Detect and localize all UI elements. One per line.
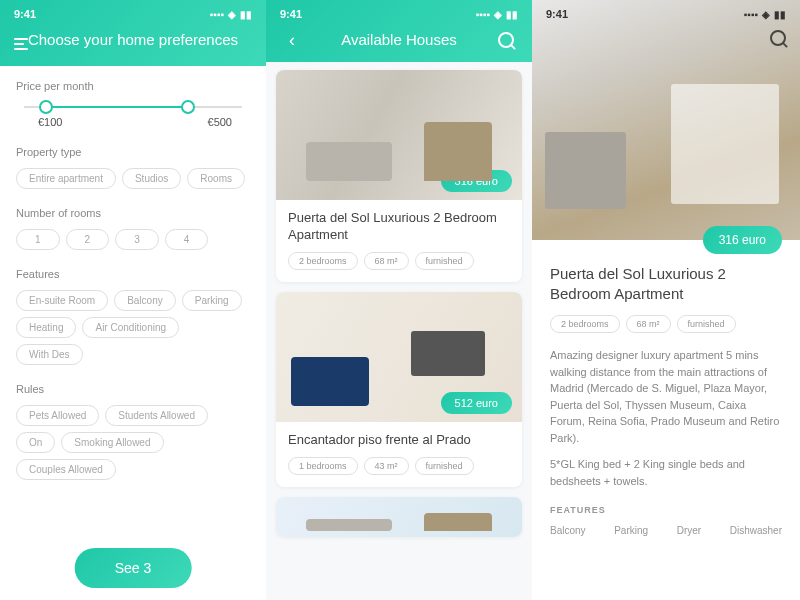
signal-icon: ▪▪▪▪ [210,9,224,20]
status-time: 9:41 [280,8,302,20]
search-icon[interactable] [770,30,786,46]
tag-area: 68 m² [364,252,409,270]
chip-ensuite[interactable]: En-suite Room [16,290,108,311]
tag-furnished: furnished [415,457,474,475]
status-time: 9:41 [14,8,36,20]
chip-smoking[interactable]: Smoking Allowed [61,432,163,453]
chip-pets[interactable]: Pets Allowed [16,405,99,426]
chip-rooms-2[interactable]: 2 [66,229,110,250]
page-title: Choose your home preferences [16,30,250,50]
tag-area: 68 m² [626,315,671,333]
listing-card[interactable]: 316 euro Puerta del Sol Luxurious 2 Bedr… [276,70,522,282]
description-2: 5*GL King bed + 2 King single beds and b… [550,456,782,489]
listings: 316 euro Puerta del Sol Luxurious 2 Bedr… [266,62,532,600]
tag-bedrooms: 2 bedrooms [288,252,358,270]
listing-image [276,497,522,537]
chip-couples[interactable]: Couples Allowed [16,459,116,480]
chip-rooms-3[interactable]: 3 [115,229,159,250]
battery-icon: ▮▮ [240,9,252,20]
ptype-label: Property type [16,146,250,158]
status-bar: 9:41 ▪▪▪▪ ◈ ▮▮ [532,4,800,24]
listing-image: 512 euro [276,292,522,422]
status-bar: 9:41 ▪▪▪▪ ◈ ▮▮ [266,4,532,24]
chip-parking[interactable]: Parking [182,290,242,311]
screen-detail: 9:41 ▪▪▪▪ ◈ ▮▮ 316 euro Puerta del Sol L… [532,0,800,600]
feature-dryer: Dryer [677,525,701,536]
detail-content: Puerta del Sol Luxurious 2 Bedroom Apart… [532,240,800,548]
screen-preferences: 9:41 ▪▪▪▪ ◈ ▮▮ Choose your home preferen… [0,0,266,600]
price-max: €500 [208,116,232,128]
rules-label: Rules [16,383,250,395]
listing-title: Puerta del Sol Luxurious 2 Bedroom Apart… [550,264,782,303]
rooms-label: Number of rooms [16,207,250,219]
filters-content: Price per month €100 €500 Property type … [0,66,266,512]
chip-balcony[interactable]: Balcony [114,290,176,311]
price-min: €100 [38,116,62,128]
signal-icon: ▪▪▪▪ [744,9,758,20]
wifi-icon: ◈ [494,9,502,20]
screen-listings: 9:41 ▪▪▪▪ ◈ ▮▮ ‹ Available Houses 316 eu… [266,0,532,600]
listing-title: Encantador piso frente al Prado [288,432,510,449]
wifi-icon: ◈ [762,9,770,20]
price-badge: 316 euro [441,170,512,192]
page-title: Available Houses [341,30,457,50]
menu-icon[interactable] [14,34,34,54]
listing-card[interactable] [276,497,522,537]
back-icon[interactable]: ‹ [282,30,302,50]
tag-furnished: furnished [677,315,736,333]
signal-icon: ▪▪▪▪ [476,9,490,20]
chip-studios[interactable]: Studios [122,168,181,189]
tag-bedrooms: 1 bedrooms [288,457,358,475]
tag-area: 43 m² [364,457,409,475]
chip-on[interactable]: On [16,432,55,453]
price-badge: 316 euro [703,226,782,254]
chip-desk[interactable]: With Des [16,344,83,365]
features-heading: FEATURES [550,505,782,515]
chip-rooms[interactable]: Rooms [187,168,245,189]
description: Amazing designer luxury apartment 5 mins… [550,347,782,446]
status-bar: 9:41 ▪▪▪▪ ◈ ▮▮ [0,4,266,24]
listing-card[interactable]: 512 euro Encantador piso frente al Prado… [276,292,522,487]
battery-icon: ▮▮ [506,9,518,20]
chip-ac[interactable]: Air Conditioning [82,317,179,338]
feature-parking: Parking [614,525,648,536]
chip-entire-apartment[interactable]: Entire apartment [16,168,116,189]
listing-image: 316 euro [276,70,522,200]
see-results-button[interactable]: See 3 [75,548,192,588]
battery-icon: ▮▮ [774,9,786,20]
chip-rooms-4[interactable]: 4 [165,229,209,250]
chip-students[interactable]: Students Allowed [105,405,208,426]
chip-rooms-1[interactable]: 1 [16,229,60,250]
feature-dishwasher: Dishwasher [730,525,782,536]
hero-image: 316 euro [532,0,800,240]
wifi-icon: ◈ [228,9,236,20]
price-label: Price per month [16,80,250,92]
feature-balcony: Balcony [550,525,586,536]
tag-bedrooms: 2 bedrooms [550,315,620,333]
search-icon[interactable] [496,30,516,50]
chip-heating[interactable]: Heating [16,317,76,338]
tag-furnished: furnished [415,252,474,270]
listing-title: Puerta del Sol Luxurious 2 Bedroom Apart… [288,210,510,244]
features-label: Features [16,268,250,280]
price-slider[interactable]: €100 €500 [16,106,250,128]
price-badge: 512 euro [441,392,512,414]
status-time: 9:41 [546,8,568,20]
